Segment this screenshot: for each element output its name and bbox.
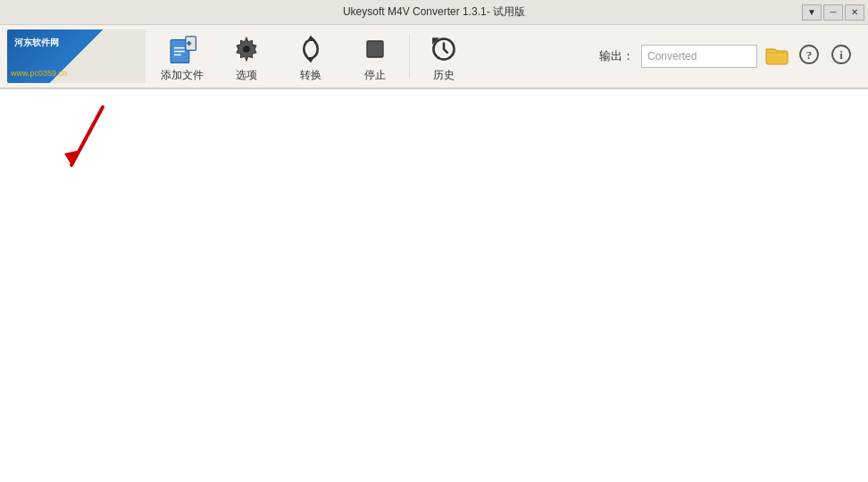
dropdown-button[interactable]: ▼ — [802, 4, 822, 21]
logo-url-text: www.pc0359.cn — [11, 69, 67, 78]
svg-marker-17 — [64, 150, 80, 165]
browse-folder-button[interactable] — [764, 44, 789, 69]
output-label: 输出： — [599, 48, 634, 64]
svg-rect-11 — [367, 41, 383, 57]
info-button[interactable]: i — [829, 44, 854, 69]
main-content — [0, 89, 868, 482]
window-title: Ukeysoft M4V Converter 1.3.1- 试用版 — [343, 4, 525, 20]
convert-icon — [295, 33, 327, 65]
red-arrow-annotation — [54, 98, 125, 179]
convert-label: 转换 — [300, 69, 321, 81]
add-file-label: 添加文件 — [161, 69, 204, 81]
folder-icon — [765, 46, 789, 68]
window-controls: ▼ ─ ✕ — [802, 4, 864, 21]
info-icon: i — [830, 44, 852, 70]
svg-line-16 — [71, 107, 103, 165]
svg-text:i: i — [839, 48, 843, 62]
add-file-icon — [166, 33, 198, 65]
history-icon — [428, 33, 460, 65]
output-path-input[interactable] — [641, 45, 757, 68]
title-bar: Ukeysoft M4V Converter 1.3.1- 试用版 ▼ ─ ✕ — [0, 0, 868, 25]
stop-label: 停止 — [364, 69, 386, 81]
logo-area: 河东软件网 www.pc0359.cn — [7, 26, 150, 87]
stop-button[interactable]: 停止 — [343, 26, 407, 87]
history-button[interactable]: 历史 — [412, 26, 476, 87]
history-label: 历史 — [433, 69, 455, 81]
preferences-button[interactable]: 选项 — [214, 26, 279, 87]
svg-point-8 — [243, 46, 250, 53]
help-icon: ? — [798, 44, 820, 70]
toolbar-separator-1 — [409, 34, 410, 79]
close-button[interactable]: ✕ — [845, 4, 864, 21]
output-area: 输出： ? i — [599, 44, 861, 69]
add-file-button[interactable]: 添加文件 — [150, 26, 214, 87]
minimize-button[interactable]: ─ — [823, 4, 843, 21]
help-button[interactable]: ? — [797, 44, 822, 69]
preferences-label: 选项 — [236, 69, 257, 81]
logo-image: 河东软件网 www.pc0359.cn — [7, 29, 146, 83]
convert-button[interactable]: 转换 — [279, 26, 343, 87]
gear-icon — [230, 33, 263, 65]
toolbar: 河东软件网 www.pc0359.cn 添加文件 — [0, 25, 868, 89]
svg-text:?: ? — [806, 48, 813, 62]
logo-cn-text: 河东软件网 — [14, 37, 59, 48]
stop-icon — [359, 33, 391, 65]
